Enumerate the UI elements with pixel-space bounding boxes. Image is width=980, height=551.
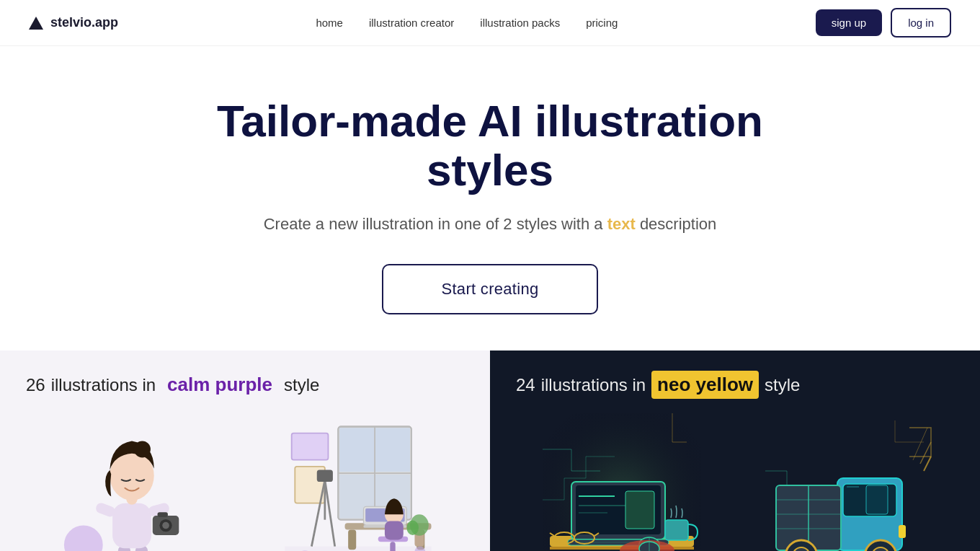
pack-count-calm: 26 [26,375,45,395]
svg-rect-52 [625,491,654,529]
svg-rect-9 [158,513,168,518]
start-creating-button[interactable]: Start creating [382,264,597,314]
svg-rect-69 [866,485,888,514]
pack-suffix-calm: style [284,375,319,395]
text-highlight: text [607,215,636,233]
logo-text: stelvio.app [50,15,118,30]
packs-section: 26 illustrations in calm purple style [0,351,980,551]
nav-links: home illustration creator illustration p… [316,17,618,30]
svg-rect-38 [385,521,404,540]
hero-title: Tailor-made AI illustration styles [166,97,814,195]
calm-purple-illustrations [26,413,464,551]
pack-label-neo-yellow: 24 illustrations in neo yellow style [516,371,954,399]
svg-point-13 [64,526,103,551]
pack-calm-purple: 26 illustrations in calm purple style [0,351,490,551]
logo[interactable]: stelvio.app [29,15,118,30]
hero-subtitle: Create a new illustration in one of 2 st… [14,215,966,234]
nav-illustration-creator[interactable]: illustration creator [369,17,454,29]
illus-truck [742,413,954,551]
pack-neo-yellow: 24 illustrations in neo yellow style [490,351,980,551]
svg-rect-70 [899,525,906,538]
svg-rect-19 [339,428,374,472]
svg-point-12 [134,441,151,458]
pack-style-calm: calm purple [161,371,278,399]
nav-home[interactable]: home [316,17,343,29]
pack-style-neo: neo yellow [651,371,759,399]
svg-rect-28 [317,470,333,482]
pack-prefix-calm: illustrations in [51,375,156,395]
svg-rect-14 [285,547,431,551]
svg-point-8 [162,522,169,529]
nav-pricing[interactable]: pricing [586,17,618,29]
pack-prefix-neo: illustrations in [541,375,646,395]
svg-rect-20 [375,428,410,472]
svg-rect-55 [665,520,688,540]
svg-rect-30 [348,530,356,550]
login-button[interactable]: log in [891,8,951,38]
pack-count-neo: 24 [516,375,535,395]
navbar: stelvio.app home illustration creator il… [0,0,980,46]
illus-office [252,413,464,551]
illus-photographer [26,413,238,551]
svg-rect-23 [292,433,329,460]
svg-point-41 [406,521,419,535]
nav-actions: sign up log in [816,8,951,38]
hero-section: Tailor-made AI illustration styles Creat… [0,46,980,351]
pack-label-calm-purple: 26 illustrations in calm purple style [26,371,464,399]
illus-laptop-desk [516,413,728,551]
neo-yellow-illustrations [516,413,954,551]
svg-rect-36 [390,542,395,551]
logo-triangle-icon [29,17,43,30]
nav-illustration-packs[interactable]: illustration packs [480,17,560,29]
svg-rect-3 [112,503,151,548]
svg-line-26 [325,480,335,547]
pack-suffix-neo: style [765,375,800,395]
signup-button[interactable]: sign up [816,9,882,36]
